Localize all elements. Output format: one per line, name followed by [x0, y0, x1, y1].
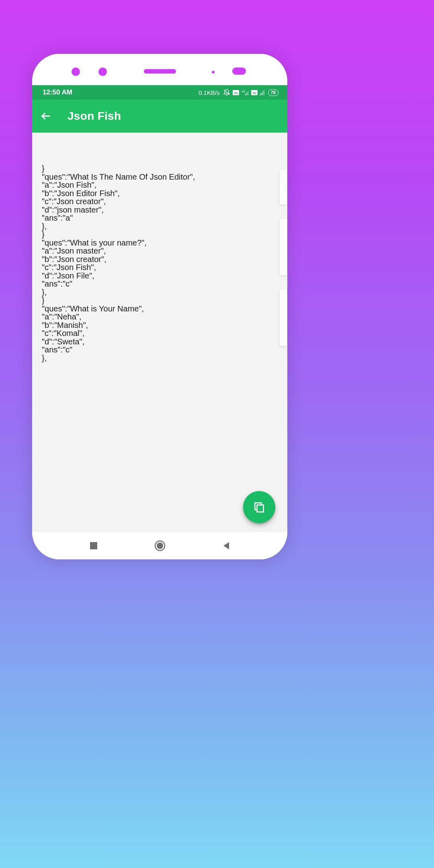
svg-rect-12 [264, 90, 264, 95]
power-button[interactable] [280, 170, 287, 205]
nav-recents-button[interactable] [82, 534, 106, 558]
svg-text:4G: 4G [242, 90, 245, 93]
volume-up-button[interactable] [280, 219, 287, 275]
square-icon [89, 541, 98, 550]
signal-icon-2 [260, 90, 266, 95]
content-area[interactable]: } "ques":"What Is The Name Of Json Edito… [32, 133, 287, 532]
svg-text:Vo: Vo [234, 91, 238, 95]
back-button[interactable] [39, 110, 52, 123]
copy-icon [253, 501, 266, 514]
status-network-speed: 0.1KB/s [199, 89, 220, 96]
json-text: } "ques":"What Is The Name Of Json Edito… [42, 164, 278, 362]
svg-rect-4 [245, 94, 246, 95]
triangle-left-icon [222, 541, 231, 550]
status-right-group: 0.1KB/s Vo 4G Vo 78 [199, 89, 278, 96]
notch-sensor-3 [212, 71, 215, 74]
copy-fab[interactable] [243, 491, 275, 523]
phone-frame: 12:50 AM 0.1KB/s Vo 4G Vo 78 Json Fish [32, 54, 287, 559]
svg-rect-5 [246, 92, 247, 95]
svg-rect-15 [90, 542, 97, 549]
notch-sensor-2 [98, 68, 107, 76]
nav-back-button[interactable] [214, 534, 238, 558]
volte-icon-1: Vo [233, 90, 239, 95]
svg-rect-11 [262, 91, 263, 95]
status-time: 12:50 AM [43, 88, 72, 96]
arrow-left-icon [40, 111, 51, 122]
volume-down-button[interactable] [280, 290, 287, 346]
app-title: Json Fish [68, 110, 121, 123]
notch-sensor-1 [72, 68, 80, 76]
svg-point-17 [157, 542, 163, 549]
svg-rect-14 [257, 505, 264, 512]
signal-icon-1: 4G [242, 90, 249, 95]
notch-speaker [144, 69, 176, 74]
notch-area [32, 54, 287, 85]
volte-icon-2: Vo [251, 90, 258, 95]
circle-icon [154, 540, 166, 552]
dnd-icon [223, 89, 230, 96]
battery-indicator: 78 [268, 89, 278, 96]
system-nav-bar [32, 532, 287, 559]
svg-text:Vo: Vo [252, 91, 256, 95]
side-buttons [280, 170, 434, 360]
svg-rect-10 [261, 92, 262, 95]
status-bar: 12:50 AM 0.1KB/s Vo 4G Vo 78 [32, 85, 287, 100]
svg-rect-6 [248, 91, 248, 95]
nav-home-button[interactable] [148, 534, 172, 558]
svg-rect-9 [260, 94, 261, 95]
notch-camera [232, 68, 246, 75]
app-bar: Json Fish [32, 100, 287, 133]
